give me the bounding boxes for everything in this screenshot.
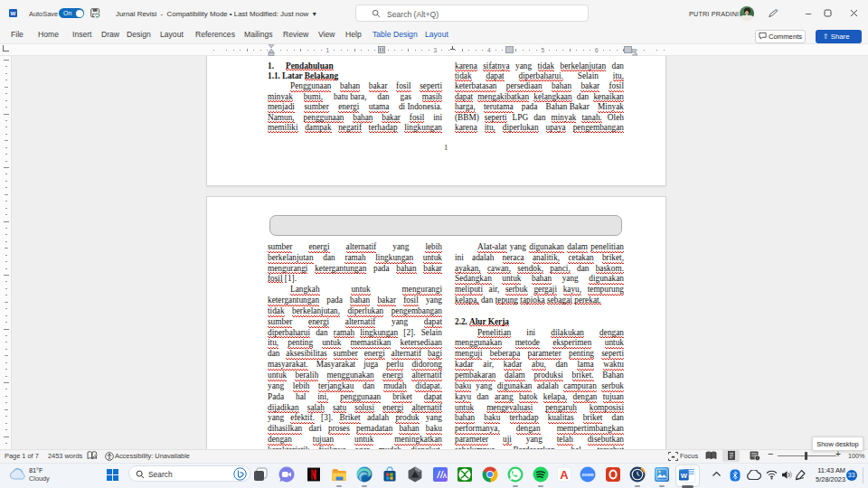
svg-text:A: A: [560, 468, 569, 482]
svg-text:zoom: zoom: [581, 472, 594, 477]
svg-text:W: W: [681, 472, 688, 480]
svg-text:W: W: [11, 10, 16, 16]
